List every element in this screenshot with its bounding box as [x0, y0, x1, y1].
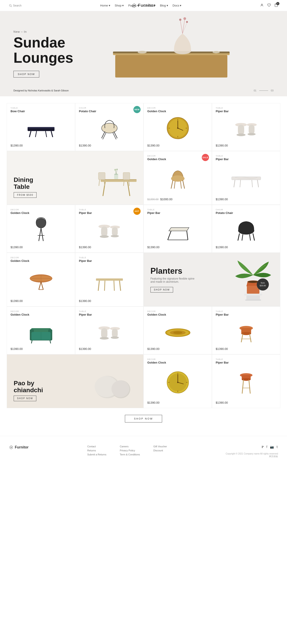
facebook-icon[interactable]: f: [266, 445, 267, 449]
product-image: [147, 366, 208, 399]
product-category: CHAIR: [79, 107, 140, 109]
footer-link-discount[interactable]: Discount: [153, 449, 167, 452]
svg-point-3: [261, 4, 262, 5]
product-card-3[interactable]: DECOR Golden Clock $1390.00: [144, 103, 212, 151]
product-card-6[interactable]: SALE DECOR Golden Clock $1390.00 $1000.0…: [144, 151, 212, 205]
footer-link-gift-voucher[interactable]: Gift Voucher: [153, 445, 167, 448]
svg-line-20: [51, 131, 53, 137]
product-card-12[interactable]: DECOR Golden Clock $1390.00: [7, 253, 75, 306]
svg-rect-50: [123, 172, 130, 180]
hero-text-block: New – In Sundae Lounges SHOP NOW: [14, 30, 73, 77]
svg-line-147: [242, 380, 243, 394]
product-card-9[interactable]: HOT TABLE Piper Bar $1390.00: [75, 205, 144, 253]
svg-point-57: [114, 169, 116, 171]
product-category: DECOR: [11, 256, 71, 259]
logo-icon: [132, 3, 137, 8]
footer-link-contact[interactable]: Contact: [87, 445, 106, 448]
nav-logo[interactable]: Furnitor: [132, 3, 155, 8]
dining-illustration: [94, 159, 139, 200]
footer: Furnitor Contact Returns Submit a Return…: [0, 436, 287, 467]
svg-point-14: [186, 21, 188, 23]
product-card-1[interactable]: TABLE Bow Chair $1390.00: [7, 103, 75, 151]
promo-pao-button[interactable]: SHOP NOW: [14, 396, 36, 401]
product-card-15[interactable]: DECOR Golden Clock $1390.00: [7, 306, 75, 354]
product-image: [79, 216, 140, 243]
twitter-icon[interactable]: 𝕥: [276, 445, 278, 449]
product-card-4[interactable]: TABLE Piper Bar $1390.00: [212, 103, 280, 151]
product-price: $1390.00: [147, 144, 208, 147]
pao-svg: [90, 358, 134, 403]
svg-line-56: [116, 170, 117, 174]
product-name: Piper Bar: [79, 211, 140, 214]
product-card-7[interactable]: TABLE Piper Bar $1390.00: [212, 151, 280, 205]
product-card-8[interactable]: DECOR Golden Clock $1390.00: [7, 205, 75, 253]
pao-illustration: [90, 358, 134, 404]
promo-pao[interactable]: Pao bychiandchi SHOP NOW: [7, 354, 144, 408]
footer-link-terms[interactable]: Term & Conditions: [120, 453, 140, 456]
svg-line-97: [98, 281, 99, 291]
promo-planters[interactable]: Planters Featuring the signature flexibl…: [144, 253, 280, 306]
promo-dining[interactable]: DiningTable FROM $500: [7, 151, 144, 205]
price-sale: $1000.00: [160, 198, 172, 201]
footer-col-1: Contact Returns Submit a Returns: [87, 445, 106, 457]
footer-logo-icon: [9, 445, 14, 450]
product-category: DECOR: [147, 107, 208, 109]
product-image: [216, 216, 276, 243]
product-card-2[interactable]: NEW CHAIR Potato Chair $1390.00: [75, 103, 144, 151]
wishlist-icon[interactable]: [267, 3, 271, 8]
chair-orange-svg: [235, 318, 257, 345]
nav-shop[interactable]: Shop ▾: [115, 4, 124, 7]
search-bar[interactable]: Search: [9, 4, 22, 7]
hero-illustration: [86, 11, 238, 87]
svg-line-1: [11, 6, 12, 7]
pinterest-icon[interactable]: 𝐏: [262, 445, 264, 449]
product-card-10[interactable]: TABLE Piper Bar $1390.00: [144, 205, 212, 253]
nav-blog[interactable]: Blog ▾: [160, 4, 168, 7]
promo-cta-button[interactable]: FROM $500: [14, 192, 37, 198]
cart-count: 0: [276, 2, 279, 5]
product-name: Golden Clock: [11, 211, 71, 214]
product-category: TABLE: [79, 256, 140, 259]
product-name: Golden Clock: [147, 110, 208, 113]
product-card-17[interactable]: DECOR Golden Clock $1390.00: [144, 306, 212, 354]
product-price: $1390.00: [79, 144, 140, 147]
product-card-13[interactable]: TABLE Piper Bar $1390.00: [75, 253, 144, 306]
svg-line-19: [29, 131, 31, 137]
product-name: Piper Bar: [216, 361, 276, 364]
product-name: Golden Clock: [147, 361, 208, 364]
wood-table-svg: [92, 268, 127, 293]
shop-now-button[interactable]: SHOP NOW: [125, 415, 162, 422]
nav-home[interactable]: Home ▾: [100, 4, 110, 7]
svg-rect-116: [101, 328, 107, 338]
product-category: TABLE: [216, 310, 276, 312]
svg-line-11: [182, 22, 187, 34]
footer-col-2: Careers Privacy Policy Term & Conditions: [120, 445, 140, 457]
svg-line-60: [171, 180, 173, 188]
product-price: $1390.00: [79, 246, 140, 249]
product-price: $1390.00: [216, 246, 276, 249]
svg-line-85: [253, 234, 254, 240]
wood-chair-svg: [164, 167, 191, 191]
svg-rect-38: [238, 125, 244, 135]
footer-link-privacy[interactable]: Privacy Policy: [120, 449, 140, 452]
svg-point-12: [179, 18, 181, 21]
footer-right: 𝐏 f 📷 𝕥 Copyright © 2021 Company name Al…: [225, 445, 278, 458]
footer-link-careers[interactable]: Careers: [120, 445, 140, 448]
svg-line-68: [252, 180, 252, 187]
hero-cta-button[interactable]: SHOP NOW: [14, 71, 39, 78]
footer-link-returns[interactable]: Returns: [87, 449, 106, 452]
promo-planters-button[interactable]: SHOP NOW: [150, 287, 173, 292]
product-card-21[interactable]: TABLE Piper Bar $1390.00: [212, 354, 280, 408]
footer-link-submit-returns[interactable]: Submit a Returns: [87, 453, 106, 456]
nav-docs[interactable]: Docs ▾: [173, 4, 182, 7]
svg-rect-53: [114, 174, 118, 179]
user-icon[interactable]: [260, 3, 264, 8]
product-card-18[interactable]: TABLE Piper Bar $1390.00: [212, 306, 280, 354]
product-card-11[interactable]: CHAIR Potato Chair $1390.00: [212, 205, 280, 253]
cart-icon[interactable]: 0: [274, 3, 278, 8]
product-card-20[interactable]: DECOR Golden Clock $1390.00: [144, 354, 212, 408]
product-image: [11, 216, 71, 243]
footer-links: Contact Returns Submit a Returns Careers…: [87, 445, 167, 457]
instagram-icon[interactable]: 📷: [270, 445, 274, 449]
product-card-16[interactable]: TABLE Piper Bar $1390.00: [75, 306, 144, 354]
